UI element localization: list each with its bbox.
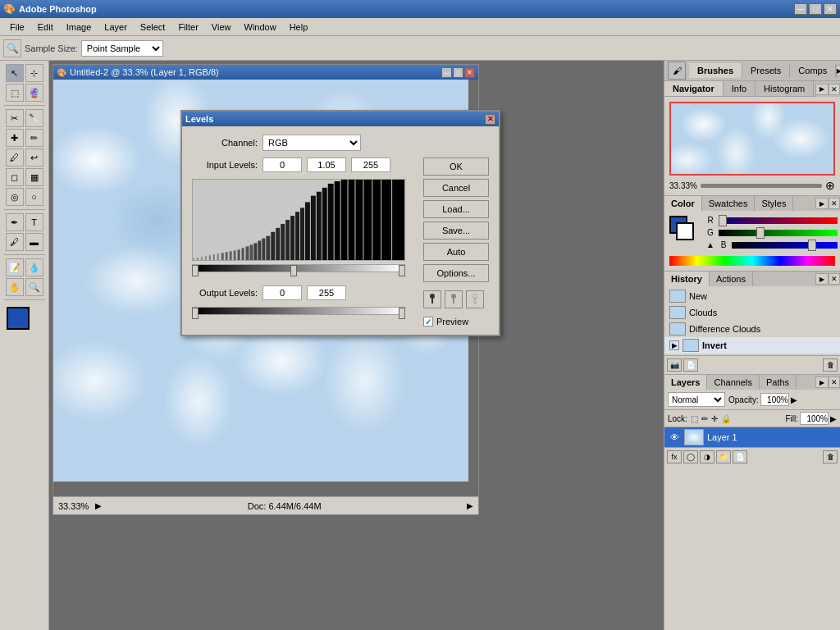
- nav-zoom-in-btn[interactable]: ⊕: [825, 179, 835, 192]
- brushes-icon-btn[interactable]: 🖌: [668, 62, 686, 80]
- output-black-handle[interactable]: [192, 308, 199, 319]
- dodge-tool[interactable]: ○: [25, 188, 43, 206]
- adjustment-layer-btn[interactable]: ◑: [700, 450, 714, 463]
- type-tool[interactable]: T: [25, 213, 43, 231]
- color-spectrum-bar[interactable]: [669, 256, 835, 266]
- clone-stamp-tool[interactable]: 🖊: [6, 148, 24, 167]
- magic-wand-tool[interactable]: 🔮: [25, 84, 43, 102]
- new-snapshot-btn[interactable]: 📷: [667, 358, 682, 372]
- new-layer-btn[interactable]: 📄: [733, 450, 747, 463]
- input-levels-white[interactable]: [351, 158, 390, 172]
- marquee-tool[interactable]: ⬚: [6, 84, 24, 102]
- delete-state-btn[interactable]: 🗑: [823, 358, 838, 372]
- tab-brushes[interactable]: Brushes: [689, 63, 742, 78]
- tab-comps[interactable]: Comps: [790, 63, 836, 78]
- delete-layer-btn[interactable]: 🗑: [823, 450, 838, 463]
- load-button[interactable]: Load...: [423, 200, 489, 218]
- menu-window[interactable]: Window: [238, 21, 283, 34]
- menu-filter[interactable]: Filter: [171, 21, 204, 34]
- black-eyedropper-btn[interactable]: [423, 290, 441, 308]
- blend-mode-select[interactable]: Normal Multiply Screen Overlay: [668, 392, 725, 407]
- menu-help[interactable]: Help: [283, 21, 315, 34]
- tab-histogram[interactable]: Histogram: [756, 81, 814, 96]
- tab-info[interactable]: Info: [724, 81, 756, 96]
- history-panel-close[interactable]: ✕: [829, 273, 840, 285]
- tab-presets[interactable]: Presets: [742, 63, 790, 78]
- opacity-arrow[interactable]: ▶: [791, 395, 797, 404]
- maximize-button[interactable]: □: [809, 3, 822, 15]
- history-item-diff-clouds[interactable]: Difference Clouds: [664, 321, 840, 337]
- close-button[interactable]: ✕: [824, 3, 837, 15]
- zoom-arrow[interactable]: ▶: [95, 501, 102, 510]
- brush-tool[interactable]: ✏: [25, 129, 43, 147]
- color-panel-close[interactable]: ✕: [829, 198, 840, 209]
- history-brush-tool[interactable]: ↩: [25, 148, 43, 167]
- tab-history[interactable]: History: [664, 272, 710, 286]
- notes-tool[interactable]: 📝: [6, 258, 24, 276]
- history-panel-menu[interactable]: ▶: [815, 273, 829, 285]
- b-slider[interactable]: [732, 242, 838, 249]
- tab-layers[interactable]: Layers: [664, 375, 707, 390]
- foreground-color[interactable]: [7, 307, 30, 330]
- layer-visibility-eye[interactable]: 👁: [668, 431, 681, 444]
- doc-minimize-btn[interactable]: —: [441, 67, 452, 78]
- scroll-arrow-right[interactable]: ▶: [467, 501, 473, 510]
- g-slider[interactable]: [719, 230, 838, 236]
- background-color-swatch[interactable]: [676, 222, 694, 240]
- menu-view[interactable]: View: [205, 21, 238, 34]
- eyedropper-tool[interactable]: 💧: [25, 258, 43, 276]
- shape-tool[interactable]: ▬: [25, 233, 43, 251]
- healing-brush-tool[interactable]: ✚: [6, 129, 24, 147]
- sample-size-select[interactable]: Point Sample 3 by 3 Average 5 by 5 Avera…: [81, 40, 163, 57]
- menu-image[interactable]: Image: [60, 21, 98, 34]
- new-doc-btn[interactable]: 📄: [683, 358, 698, 372]
- gradient-tool[interactable]: ▦: [25, 168, 43, 186]
- doc-maximize-btn[interactable]: □: [453, 67, 463, 78]
- lock-all-btn[interactable]: 🔒: [721, 414, 731, 423]
- hand-tool[interactable]: ✋: [6, 278, 24, 296]
- path-tool[interactable]: ✒: [6, 213, 24, 231]
- tab-color[interactable]: Color: [664, 196, 702, 211]
- lock-position-btn[interactable]: ✛: [711, 414, 718, 423]
- doc-close-btn[interactable]: ✕: [464, 67, 475, 78]
- new-group-btn[interactable]: 📁: [716, 450, 731, 463]
- layers-panel-close[interactable]: ✕: [829, 377, 840, 388]
- eyedropper-tool-btn[interactable]: 🔍: [3, 39, 21, 57]
- options-button[interactable]: Options...: [423, 264, 489, 282]
- eraser-tool[interactable]: ◻: [6, 168, 24, 186]
- tab-channels[interactable]: Channels: [707, 375, 759, 390]
- input-levels-mid[interactable]: [307, 158, 346, 172]
- color-panel-menu[interactable]: ▶: [815, 198, 829, 209]
- menu-edit[interactable]: Edit: [31, 21, 60, 34]
- gray-eyedropper-btn[interactable]: [445, 290, 463, 308]
- zoom-tool[interactable]: 🔍: [25, 278, 43, 296]
- output-white-handle[interactable]: [399, 308, 405, 319]
- input-black-handle[interactable]: [192, 265, 199, 276]
- tab-styles[interactable]: Styles: [755, 196, 793, 211]
- input-white-handle[interactable]: [399, 265, 405, 276]
- auto-button[interactable]: Auto: [423, 243, 489, 261]
- save-button[interactable]: Save...: [423, 221, 489, 240]
- tab-paths[interactable]: Paths: [760, 375, 797, 390]
- menu-select[interactable]: Select: [134, 21, 172, 34]
- history-item-invert[interactable]: ▶ Invert: [664, 337, 840, 354]
- top-panel-menu[interactable]: ▶: [836, 65, 840, 76]
- input-mid-handle[interactable]: [290, 265, 297, 276]
- fill-arrow[interactable]: ▶: [830, 414, 837, 423]
- layers-panel-menu[interactable]: ▶: [815, 377, 829, 388]
- fill-input[interactable]: [800, 412, 829, 425]
- minimize-button[interactable]: —: [794, 3, 807, 15]
- lasso-tool[interactable]: ⊹: [25, 64, 43, 82]
- navigator-panel-menu[interactable]: ▶: [815, 84, 829, 95]
- layer-row-1[interactable]: 👁 Layer 1: [664, 427, 840, 447]
- tab-swatches[interactable]: Swatches: [702, 196, 756, 211]
- cancel-button[interactable]: Cancel: [423, 179, 489, 197]
- ok-button[interactable]: OK: [423, 158, 489, 176]
- preview-checkbox[interactable]: ✓: [423, 317, 433, 326]
- navigator-panel-close[interactable]: ✕: [829, 84, 840, 95]
- history-item-clouds[interactable]: Clouds: [664, 304, 840, 321]
- white-eyedropper-btn[interactable]: [466, 290, 484, 308]
- input-levels-black[interactable]: [262, 158, 302, 172]
- lock-transparent-btn[interactable]: ⬚: [691, 414, 698, 423]
- blur-tool[interactable]: ◎: [6, 188, 24, 206]
